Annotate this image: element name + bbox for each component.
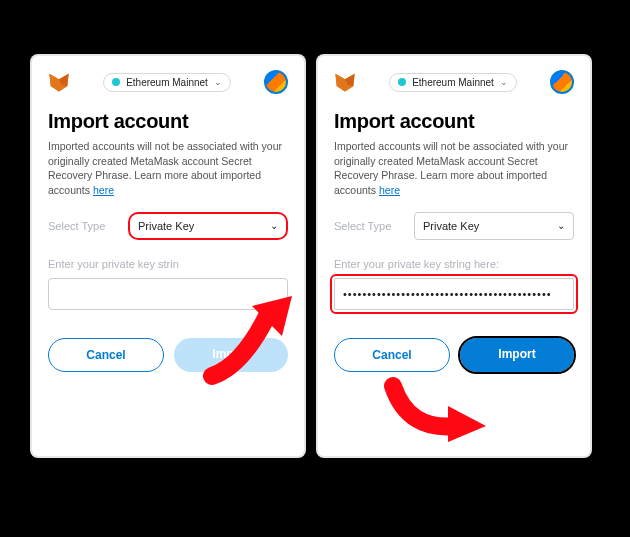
account-avatar[interactable] xyxy=(550,70,574,94)
account-avatar[interactable] xyxy=(264,70,288,94)
select-type-value: Private Key xyxy=(138,220,194,232)
network-name: Ethereum Mainnet xyxy=(126,77,208,88)
private-key-label: Enter your private key strin xyxy=(48,258,288,270)
select-type-dropdown[interactable]: Private Key ⌄ xyxy=(414,212,574,240)
button-row: Cancel Import xyxy=(48,338,288,372)
chevron-down-icon: ⌄ xyxy=(557,220,565,231)
page-description: Imported accounts will not be associated… xyxy=(334,139,574,198)
select-type-dropdown[interactable]: Private Key ⌄ xyxy=(128,212,288,240)
metamask-logo-icon xyxy=(334,71,356,93)
panel-step-1: Ethereum Mainnet ⌄ Import account Import… xyxy=(32,56,304,456)
instruction-arrow-icon xyxy=(378,376,488,446)
select-type-label: Select Type xyxy=(48,220,118,232)
page-description: Imported accounts will not be associated… xyxy=(48,139,288,198)
network-name: Ethereum Mainnet xyxy=(412,77,494,88)
import-button[interactable]: Import xyxy=(460,338,574,372)
private-key-input[interactable] xyxy=(334,278,574,310)
svg-marker-7 xyxy=(448,406,486,442)
chevron-down-icon: ⌄ xyxy=(270,220,278,231)
select-type-row: Select Type Private Key ⌄ xyxy=(334,212,574,240)
chevron-down-icon: ⌄ xyxy=(214,77,222,87)
page-title: Import account xyxy=(48,110,288,133)
import-button-disabled: Import xyxy=(174,338,288,372)
header: Ethereum Mainnet ⌄ xyxy=(334,70,574,94)
learn-more-link[interactable]: here xyxy=(93,184,114,196)
select-type-value: Private Key xyxy=(423,220,479,232)
select-type-label: Select Type xyxy=(334,220,404,232)
private-key-input[interactable] xyxy=(48,278,288,310)
page-title: Import account xyxy=(334,110,574,133)
cancel-button[interactable]: Cancel xyxy=(48,338,164,372)
network-status-icon xyxy=(112,78,120,86)
network-status-icon xyxy=(398,78,406,86)
header: Ethereum Mainnet ⌄ xyxy=(48,70,288,94)
network-selector[interactable]: Ethereum Mainnet ⌄ xyxy=(103,73,231,92)
learn-more-link[interactable]: here xyxy=(379,184,400,196)
button-row: Cancel Import xyxy=(334,338,574,372)
cancel-button[interactable]: Cancel xyxy=(334,338,450,372)
network-selector[interactable]: Ethereum Mainnet ⌄ xyxy=(389,73,517,92)
panel-step-2: Ethereum Mainnet ⌄ Import account Import… xyxy=(318,56,590,456)
metamask-logo-icon xyxy=(48,71,70,93)
private-key-label: Enter your private key string here: xyxy=(334,258,574,270)
select-type-row: Select Type Private Key ⌄ xyxy=(48,212,288,240)
chevron-down-icon: ⌄ xyxy=(500,77,508,87)
